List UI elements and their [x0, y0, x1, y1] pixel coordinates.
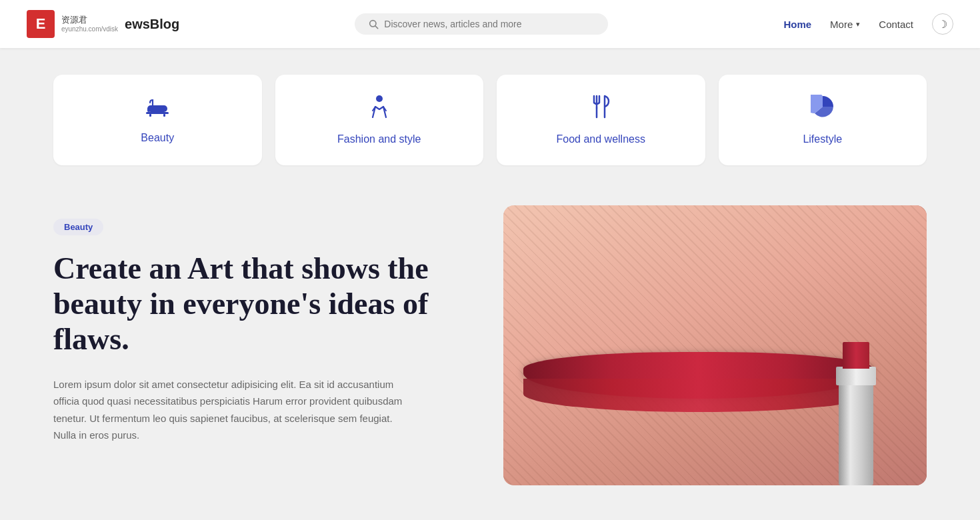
svg-rect-3 [147, 108, 150, 112]
svg-line-1 [375, 26, 378, 29]
logo-area: E 资源君 eyunzhu.com/vdisk ewsBlog [27, 10, 179, 38]
fashion-label: Fashion and style [337, 133, 421, 145]
beauty-label: Beauty [141, 132, 174, 144]
dark-mode-button[interactable]: ☽ [932, 13, 953, 35]
lifestyle-icon [811, 95, 835, 124]
category-card-lifestyle[interactable]: Lifestyle [719, 75, 927, 165]
featured-title: Create an Art that shows the beauty in e… [53, 251, 477, 357]
beauty-icon [145, 96, 170, 123]
fashion-icon [369, 95, 390, 124]
food-label: Food and wellness [557, 133, 645, 145]
food-icon [590, 95, 611, 124]
featured-section: Beauty Create an Art that shows the beau… [53, 205, 927, 485]
featured-description: Lorem ipsum dolor sit amet consectetur a… [53, 376, 413, 444]
beauty-badge[interactable]: Beauty [53, 219, 103, 235]
logo-chinese: 资源君 [61, 15, 118, 25]
svg-rect-2 [147, 105, 167, 112]
category-card-beauty[interactable]: Beauty [53, 75, 262, 165]
nav-more[interactable]: More ▾ [830, 19, 860, 30]
svg-rect-4 [146, 112, 169, 114]
logo-text: 资源君 eyunzhu.com/vdisk [61, 15, 118, 32]
search-bar[interactable] [355, 13, 608, 35]
main-nav: Home More ▾ Contact ☽ [783, 13, 953, 35]
tube-cap [836, 367, 876, 385]
main-content: Beauty Fashion and style [0, 48, 980, 520]
svg-rect-6 [163, 114, 165, 117]
featured-text: Beauty Create an Art that shows the beau… [53, 205, 477, 444]
chevron-down-icon: ▾ [856, 20, 860, 29]
header: E 资源君 eyunzhu.com/vdisk ewsBlog Home Mor… [0, 0, 980, 48]
svg-rect-5 [149, 114, 151, 117]
search-icon [368, 19, 379, 29]
logo-brand: ewsBlog [125, 17, 179, 32]
lifestyle-label: Lifestyle [803, 133, 842, 145]
svg-point-7 [376, 95, 383, 102]
category-card-food[interactable]: Food and wellness [497, 75, 705, 165]
search-input[interactable] [384, 19, 595, 29]
tube-bullet [843, 342, 869, 369]
lipstick-visual [503, 205, 927, 485]
nav-home[interactable]: Home [783, 19, 811, 30]
category-grid: Beauty Fashion and style [53, 75, 927, 165]
logo-icon: E [27, 10, 55, 38]
logo-subtitle: eyunzhu.com/vdisk [61, 25, 118, 33]
nav-contact[interactable]: Contact [879, 19, 913, 30]
featured-image [503, 205, 927, 485]
tube-body [839, 382, 873, 485]
category-card-fashion[interactable]: Fashion and style [275, 75, 484, 165]
